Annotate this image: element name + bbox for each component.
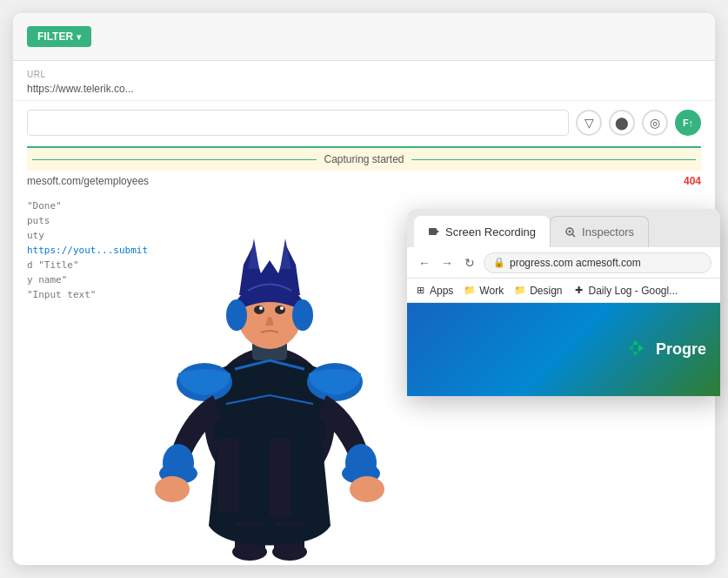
samurai-character	[130, 160, 409, 561]
svg-rect-0	[429, 228, 437, 235]
bookmark-work-label: Work	[479, 285, 504, 297]
browser-content: Progre	[407, 303, 720, 396]
bookmark-design[interactable]: 📁 Design	[514, 285, 562, 297]
bookmark-apps-label: Apps	[430, 285, 453, 297]
browser-tab-bar: Screen Recording Inspectors	[407, 209, 720, 247]
lock-icon: 🔒	[493, 257, 505, 268]
url-label: URL	[27, 70, 701, 79]
url-value: https://www.telerik.co...	[27, 83, 701, 95]
address-bar: ← → ↻ 🔒 progress.com acmesoft.com	[407, 247, 720, 279]
svg-point-22	[155, 476, 190, 502]
folder-work-icon: 📁	[464, 285, 476, 297]
progress-logo-icon	[621, 336, 649, 364]
funnel-icon[interactable]: ▽	[576, 110, 602, 136]
folder-design-icon: 📁	[514, 285, 526, 297]
bookmark-daily-log-label: Daily Log - Googl...	[589, 285, 678, 297]
record-icon[interactable]: ⬤	[609, 110, 635, 136]
bookmark-work[interactable]: 📁 Work	[464, 285, 504, 297]
bookmarks-bar: ⊞ Apps 📁 Work 📁 Design ✚ Daily Log - Goo…	[407, 279, 720, 303]
browser-window: Screen Recording Inspectors ← → ↻ 🔒 prog…	[407, 209, 720, 396]
svg-point-3	[569, 230, 571, 232]
nav-refresh-button[interactable]: ↻	[461, 254, 478, 272]
inspectors-icon	[564, 226, 577, 239]
svg-point-15	[292, 299, 313, 331]
search-row: ▽ ⬤ ◎ F↑	[27, 110, 701, 136]
svg-point-12	[259, 306, 263, 310]
url-section: URL https://www.telerik.co...	[13, 61, 715, 101]
progress-logo-text: Progre	[656, 340, 706, 359]
bookmark-daily-log[interactable]: ✚ Daily Log - Googl...	[573, 285, 678, 297]
svg-point-13	[280, 306, 284, 310]
nav-forward-button[interactable]: →	[438, 254, 456, 272]
screen-recording-icon	[428, 225, 440, 238]
filter-label: FILTER	[37, 30, 73, 43]
daily-log-icon: ✚	[573, 285, 585, 297]
status-404: 404	[684, 175, 701, 187]
bookmark-design-label: Design	[530, 285, 562, 297]
progress-logo: Progre	[621, 336, 706, 364]
tab-inspectors[interactable]: Inspectors	[550, 216, 649, 247]
camera-icon[interactable]: ◎	[642, 110, 668, 136]
svg-rect-26	[270, 439, 291, 517]
chevron-down-icon: ▾	[77, 32, 81, 42]
svg-line-4	[572, 234, 575, 237]
svg-point-23	[350, 476, 384, 502]
tab-screen-recording[interactable]: Screen Recording	[414, 216, 550, 247]
tab-inspectors-label: Inspectors	[582, 225, 634, 239]
address-url: progress.com acmesoft.com	[510, 257, 641, 269]
nav-back-button[interactable]: ←	[416, 254, 433, 272]
filter-button[interactable]: FILTER ▾	[27, 26, 91, 47]
svg-point-11	[275, 306, 285, 314]
svg-point-14	[226, 299, 247, 331]
address-field[interactable]: 🔒 progress.com acmesoft.com	[484, 252, 711, 273]
tab-screen-recording-label: Screen Recording	[445, 225, 536, 239]
svg-rect-25	[244, 439, 265, 517]
svg-point-10	[254, 306, 264, 314]
apps-icon: ⊞	[414, 285, 426, 297]
bookmark-apps[interactable]: ⊞ Apps	[414, 285, 453, 297]
svg-marker-1	[437, 230, 439, 233]
bg-toolbar: FILTER ▾	[13, 13, 715, 61]
svg-point-31	[272, 543, 307, 561]
svg-rect-24	[217, 439, 239, 513]
fiddler-icon[interactable]: F↑	[675, 110, 701, 136]
svg-point-30	[232, 543, 267, 561]
search-input[interactable]	[27, 110, 569, 136]
svg-rect-27	[296, 439, 317, 513]
